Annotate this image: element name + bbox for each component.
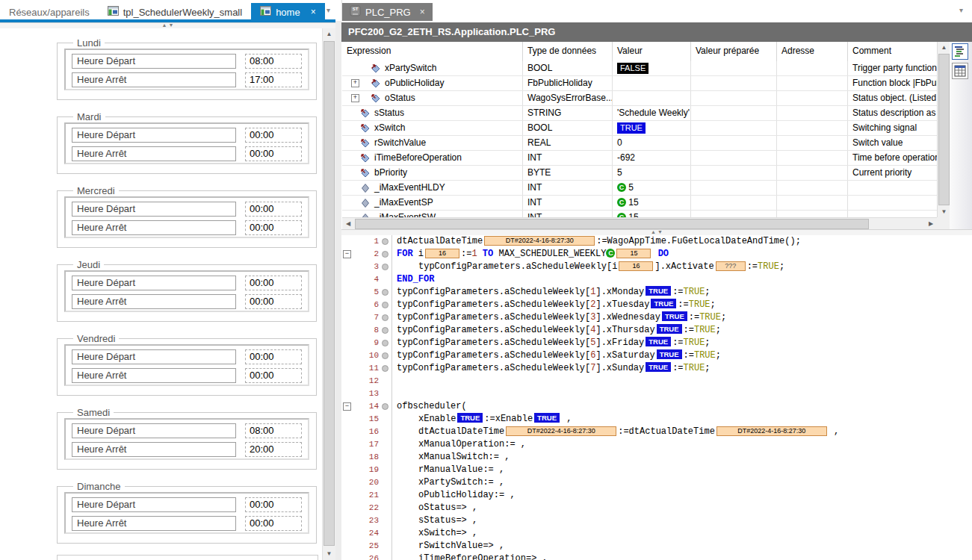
prepared-value-cell[interactable] <box>691 181 777 195</box>
split-up-icon[interactable]: ▲ <box>162 22 167 28</box>
prepared-value-cell[interactable] <box>691 151 777 165</box>
value-cell[interactable]: -692 <box>613 151 691 165</box>
code-line[interactable]: 4END_FOR <box>341 273 972 286</box>
decl-horizontal-scrollbar[interactable]: ◀ ▶ <box>342 217 937 230</box>
time-value-input[interactable]: 00:00 <box>245 497 302 512</box>
monitor-value-box[interactable]: DT#2022-4-16-8:27:30 <box>716 426 827 436</box>
chevron-down-icon[interactable]: ▾ <box>326 6 330 14</box>
table-row[interactable]: _iMaxEventHLDYINTC 5 <box>342 181 937 196</box>
value-cell[interactable] <box>613 91 691 105</box>
code-line[interactable]: 16dtActualDateTimeDT#2022-4-16-8:27:30:=… <box>341 426 972 438</box>
code-line[interactable]: 8typConfigParameters.aScheduleWeekly[4].… <box>341 324 972 337</box>
code-line[interactable]: 3typConfigParameters.aScheduleWeekly[i16… <box>341 261 972 273</box>
scrollbar-thumb[interactable] <box>324 41 335 546</box>
expression-cell[interactable]: bPriority <box>342 166 523 180</box>
table-row[interactable]: _iMaxEventSPINTC 15 <box>342 196 937 211</box>
split-down-icon[interactable]: ▼ <box>168 22 173 28</box>
monitor-bool-box[interactable]: TRUE <box>657 324 682 334</box>
code-line[interactable]: 22oStatus=> , <box>341 502 972 514</box>
expand-icon[interactable]: + <box>351 94 359 102</box>
code-line[interactable]: 1dtActualDateTimeDT#2022-4-16-8:27:30:=W… <box>341 235 972 248</box>
monitor-bool-box[interactable]: TRUE <box>646 337 671 346</box>
table-row[interactable]: iTimeBeforeOperationINT-692Time before o… <box>342 151 937 166</box>
code-line[interactable]: 24xSwitch=> , <box>341 527 972 540</box>
scroll-up-icon[interactable]: ▲ <box>938 42 950 53</box>
table-row[interactable]: sStatusSTRING'Schedule Weekly'Status des… <box>342 106 937 121</box>
time-value-input[interactable]: 00:00 <box>245 146 302 161</box>
table-row[interactable]: rSwitchValueREAL0Switch value <box>342 136 937 151</box>
code-line[interactable]: −2FOR i16:=1 TO MAX_SCHEDULER_WEEKLYC15 … <box>341 248 972 261</box>
value-cell[interactable]: 0 <box>613 136 691 150</box>
value-cell[interactable]: C 15 <box>613 211 691 217</box>
code-line[interactable]: 25rSwitchValue=> , <box>341 540 972 553</box>
expression-cell[interactable]: xSwitch <box>342 121 523 135</box>
prepared-value-cell[interactable] <box>691 211 777 217</box>
code-line[interactable]: 20xPartySwitch:= , <box>341 476 972 489</box>
split-up-icon[interactable]: ▲ <box>651 229 656 234</box>
time-value-input[interactable]: 00:00 <box>245 128 302 143</box>
time-value-input[interactable]: 00:00 <box>245 294 302 309</box>
time-value-input[interactable]: 00:00 <box>245 276 302 290</box>
scrollbar-thumb[interactable] <box>938 54 950 205</box>
monitor-value-box[interactable]: DT#2022-4-16-8:27:30 <box>484 236 595 246</box>
monitor-bool-box[interactable]: TRUE <box>646 286 671 296</box>
column-header[interactable]: Valeur <box>613 42 691 61</box>
chevron-down-icon[interactable]: ▾ <box>959 6 963 14</box>
scroll-up-icon[interactable]: ▲ <box>323 28 335 40</box>
expression-cell[interactable]: iTimeBeforeOperation <box>342 151 523 165</box>
code-line[interactable]: 7typConfigParameters.aScheduleWeekly[3].… <box>341 311 972 324</box>
column-header[interactable]: Type de données <box>523 42 613 61</box>
code-line[interactable]: 18xManualSwitch:= , <box>341 451 972 464</box>
monitor-bool-box[interactable]: TRUE <box>657 349 682 359</box>
code-line[interactable]: 26iTimeBeforeOperation=> , <box>341 553 972 560</box>
scroll-left-icon[interactable]: ◀ <box>342 218 354 230</box>
code-line[interactable]: 21oPublicHoliday:= , <box>341 489 972 502</box>
expression-cell[interactable]: xPartySwitch <box>342 61 523 75</box>
value-cell[interactable]: C 5 <box>613 181 691 195</box>
monitor-value-box[interactable]: DT#2022-4-16-8:27:30 <box>506 426 616 436</box>
scrollbar-thumb[interactable] <box>355 219 869 229</box>
expand-icon[interactable]: + <box>351 79 359 87</box>
expression-cell[interactable]: _iMaxEventHLDY <box>342 181 523 195</box>
monitor-bool-box[interactable]: TRUE <box>457 413 483 423</box>
code-line[interactable]: 17xManualOperation:= , <box>341 438 972 451</box>
prepared-value-cell[interactable] <box>691 91 777 105</box>
prepared-value-cell[interactable] <box>691 61 777 75</box>
scroll-down-icon[interactable]: ▼ <box>323 548 335 560</box>
time-value-input[interactable]: 20:00 <box>245 442 302 457</box>
left-vertical-scrollbar[interactable]: ▲ ▼ <box>322 28 335 560</box>
code-line[interactable]: 9typConfigParameters.aScheduleWeekly[5].… <box>341 337 972 349</box>
monitor-value-box[interactable]: 16 <box>619 261 653 271</box>
code-line[interactable]: 6typConfigParameters.aScheduleWeekly[2].… <box>341 299 972 311</box>
value-cell[interactable]: 'Schedule Weekly' <box>613 106 691 120</box>
code-line[interactable]: 15xEnableTRUE:=xEnableTRUE , <box>341 413 972 426</box>
code-line[interactable]: 19rManualValue:= , <box>341 464 972 476</box>
scroll-down-icon[interactable]: ▼ <box>938 206 950 217</box>
st-code-editor[interactable]: 1dtActualDateTimeDT#2022-4-16-8:27:30:=W… <box>341 235 972 560</box>
code-line[interactable]: 12 <box>341 375 972 388</box>
value-cell[interactable]: C 15 <box>613 196 691 210</box>
prepared-value-cell[interactable] <box>691 76 777 90</box>
close-icon[interactable]: × <box>420 7 425 17</box>
expression-cell[interactable]: +oStatus <box>342 91 523 105</box>
value-cell[interactable]: 5 <box>613 166 691 180</box>
expression-cell[interactable]: +oPublicHoliday <box>342 76 523 90</box>
time-value-input[interactable]: 00:00 <box>245 202 302 217</box>
code-line[interactable]: 23sStatus=> , <box>341 514 972 527</box>
column-header[interactable]: Comment <box>848 42 937 61</box>
monitor-bool-box[interactable]: TRUE <box>646 362 671 372</box>
table-row[interactable]: xSwitchBOOLTRUESwitching signal <box>342 121 937 136</box>
table-row[interactable]: +oStatusWagoSysErrorBase....Status objec… <box>342 91 937 106</box>
expression-cell[interactable]: _iMaxEventSP <box>342 196 523 210</box>
prepared-value-cell[interactable] <box>691 136 777 150</box>
tabular-view-button[interactable] <box>952 63 968 79</box>
time-value-input[interactable]: 08:00 <box>245 423 302 438</box>
time-value-input[interactable]: 00:00 <box>245 349 302 364</box>
table-row[interactable]: _iMaxEventSWINTC 15 <box>342 211 937 217</box>
code-line[interactable]: 5typConfigParameters.aScheduleWeekly[1].… <box>341 286 972 299</box>
code-line[interactable]: 13 <box>341 388 972 400</box>
expression-cell[interactable]: sStatus <box>342 106 523 120</box>
decl-vertical-scrollbar[interactable]: ▲ ▼ <box>937 42 950 217</box>
value-cell[interactable]: FALSE <box>613 61 691 75</box>
monitor-value-box[interactable]: 15 <box>616 249 651 258</box>
